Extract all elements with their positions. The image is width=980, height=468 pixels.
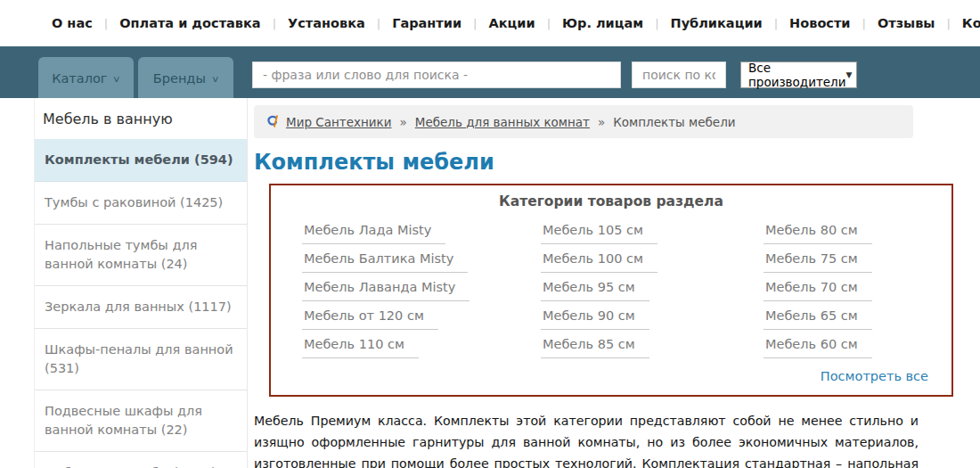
chevron-down-icon: ∨ <box>112 74 121 84</box>
categories-column-2: Мебель 105 см Мебель 100 см Мебель 95 см… <box>541 221 764 364</box>
category-link[interactable]: Мебель 70 см <box>764 280 872 301</box>
view-all-link[interactable]: Посмотреть все <box>821 369 928 383</box>
nav-item-news[interactable]: Новости <box>778 16 866 30</box>
category-link[interactable]: Мебель 60 см <box>764 337 872 358</box>
category-link[interactable]: Мебель 105 см <box>541 223 657 244</box>
search-input[interactable] <box>252 62 621 88</box>
chevron-down-icon: ∨ <box>211 74 220 84</box>
brands-button-label: Бренды <box>153 71 206 86</box>
category-link[interactable]: Мебель Балтика Misty <box>302 251 468 273</box>
category-link[interactable]: Мебель от 120 см <box>302 308 438 330</box>
category-link[interactable]: Мебель 80 см <box>764 223 872 244</box>
breadcrumb: Мир Сантехники » Мебель для ванных комна… <box>254 105 913 138</box>
category-link[interactable]: Мебель 75 см <box>764 251 872 273</box>
sidebar-item-zerkala[interactable]: Зеркала для ванных (1117) <box>35 286 247 329</box>
category-link[interactable]: Мебель 90 см <box>541 308 649 330</box>
site-logo-icon <box>266 114 279 129</box>
categories-box-heading: Категории товаров раздела <box>287 193 935 209</box>
brands-menu-button[interactable]: Бренды ∨ <box>138 57 233 100</box>
page: О нас Оплата и доставка Установка Гарант… <box>0 0 980 468</box>
search-toolbar: Каталог ∨ Бренды ∨ Все производители ▼ <box>0 46 980 98</box>
sidebar-item-podvesnye-shkafy[interactable]: Подвесные шкафы для ванной комнаты (22) <box>35 390 247 452</box>
category-link[interactable]: Мебель 95 см <box>541 280 649 301</box>
nav-item-payment-delivery[interactable]: Оплата и доставка <box>108 16 276 30</box>
breadcrumb-current-page: Комплекты мебели <box>613 115 735 129</box>
catalog-menu-button[interactable]: Каталог ∨ <box>38 57 134 100</box>
nav-item-publications[interactable]: Публикации <box>659 16 779 30</box>
category-sidebar: Мебель в ванную Комплекты мебели (594) Т… <box>34 98 248 468</box>
sidebar-title: Мебель в ванную <box>35 98 247 139</box>
categories-column-3: Мебель 80 см Мебель 75 см Мебель 70 см М… <box>764 221 935 364</box>
category-description: Мебель Премиум класса. Комплекты этой ка… <box>254 410 919 468</box>
category-link[interactable]: Мебель 100 см <box>541 251 657 273</box>
sidebar-item-mebelnye-tumby[interactable]: Мебельные тумбы (1349) <box>35 452 247 468</box>
manufacturer-select[interactable]: Все производители ▼ <box>740 62 857 88</box>
nav-item-installation[interactable]: Установка <box>276 16 380 30</box>
nav-item-reviews[interactable]: Отзывы <box>866 16 951 30</box>
sidebar-item-komplekty-mebeli[interactable]: Комплекты мебели (594) <box>35 139 247 182</box>
breadcrumb-link-bathroom-furniture[interactable]: Мебель для ванных комнат <box>415 115 590 129</box>
catalog-button-label: Каталог <box>52 71 107 86</box>
breadcrumb-separator: » <box>400 115 407 129</box>
categories-grid: Мебель Лада Misty Мебель Балтика Misty М… <box>287 221 935 364</box>
sidebar-item-shkafy-penaly[interactable]: Шкафы-пеналы для ванной (531) <box>35 329 247 390</box>
top-navigation: О нас Оплата и доставка Установка Гарант… <box>0 0 980 46</box>
category-link[interactable]: Мебель Лаванда Misty <box>302 280 470 301</box>
nav-item-warranty[interactable]: Гарантии <box>380 16 477 30</box>
sidebar-item-napolnye-tumby[interactable]: Напольные тумбы для ванной комнаты (24) <box>35 225 247 286</box>
nav-item-legal-entities[interactable]: Юр. лицам <box>551 16 659 30</box>
code-search-input[interactable] <box>632 62 726 88</box>
manufacturer-select-value: Все производители <box>748 61 846 89</box>
category-link[interactable]: Мебель 110 см <box>302 337 419 358</box>
category-link[interactable]: Мебель 85 см <box>541 337 649 358</box>
category-link[interactable]: Мебель Лада Misty <box>302 223 445 244</box>
nav-item-promotions[interactable]: Акции <box>477 16 551 30</box>
nav-item-contacts[interactable]: Контакты <box>951 16 980 30</box>
view-all-container: Посмотреть все <box>287 367 935 384</box>
categories-box: Категории товаров раздела Мебель Лада Mi… <box>269 184 953 397</box>
sidebar-category-list: Комплекты мебели (594) Тумбы с раковиной… <box>35 139 247 468</box>
page-title: Комплекты мебели <box>254 150 953 175</box>
nav-item-about[interactable]: О нас <box>40 16 108 30</box>
categories-column-1: Мебель Лада Misty Мебель Балтика Misty М… <box>302 221 541 364</box>
breadcrumb-link-home[interactable]: Мир Сантехники <box>286 115 392 129</box>
top-nav-list: О нас Оплата и доставка Установка Гарант… <box>40 16 980 30</box>
caret-down-icon: ▼ <box>846 70 853 79</box>
main-content: Мир Сантехники » Мебель для ванных комна… <box>254 98 953 468</box>
breadcrumb-separator: » <box>598 115 605 129</box>
sidebar-item-tumby-s-rakovinoy[interactable]: Тумбы с раковиной (1425) <box>35 182 247 225</box>
category-link[interactable]: Мебель 65 см <box>764 308 872 330</box>
